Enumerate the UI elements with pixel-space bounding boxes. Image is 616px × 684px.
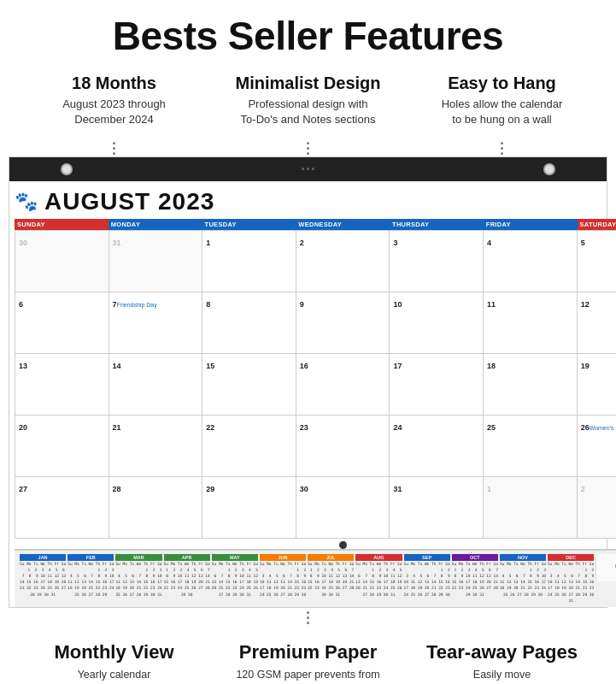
calendar-cell: 2: [296, 231, 390, 292]
mini-month-label: APR: [164, 554, 210, 561]
hanger-bar: [9, 157, 607, 181]
calendar-cell: 7Friendship Day: [109, 292, 203, 354]
cell-number: 31: [113, 239, 121, 247]
hanger-hole-left: [61, 163, 73, 175]
feature-minimalist-design-desc: Professional design withTo-Do's and Note…: [214, 97, 402, 127]
feature-tearaway-pages-desc: Easily moveonto the next month: [405, 668, 599, 684]
calendar-cell: 26Women's Equality Day: [578, 416, 616, 477]
page-title: Bests Seller Features: [9, 15, 607, 56]
cell-number: 26: [581, 423, 590, 432]
month-title: AUGUST 2023: [44, 188, 214, 215]
cell-number: 15: [206, 362, 214, 370]
mini-month-label: MAR: [115, 554, 161, 561]
mini-month-apr: APRSu Mo Tu We Th Fr Sa 1 2 3 4 5 6 7 8 …: [164, 554, 210, 598]
calendar-wrapper: 🐾 AUGUST 2023 SUNDAY MONDAY TUESDAY WEDN…: [9, 156, 607, 608]
cell-number: 23: [300, 423, 308, 432]
calendar-cell: 18: [484, 354, 578, 416]
mini-month-days: Su Mo Tu We Th Fr Sa 1 2 3 4 5 6 7 8 9 1…: [548, 561, 594, 604]
calendar-main: 🐾 AUGUST 2023 SUNDAY MONDAY TUESDAY WEDN…: [9, 181, 616, 607]
mini-month-jun: JUNSu Mo Tu We Th Fr Sa 1 2 3 4 5 6 7 8 …: [260, 554, 306, 598]
mini-month-days: Su Mo Tu We Th Fr Sa 1 2 3 4 5 6 7 8 9 1…: [404, 561, 450, 598]
calendar-cell: 5: [578, 231, 616, 292]
cell-number: 22: [206, 423, 214, 432]
month-title-row: 🐾 AUGUST 2023: [15, 188, 616, 215]
mini-month-label: FEB: [67, 554, 114, 561]
calendar-cell: 2: [578, 477, 616, 539]
feature-monthly-view: Monthly View Yearly calendarat the botto…: [17, 641, 211, 684]
mini-month-days: Su Mo Tu We Th Fr Sa 1 2 3 4 5 6 7 8 9 1…: [115, 561, 161, 598]
post-calendar-dots: [0, 610, 616, 626]
mini-month-nov: NOVSu Mo Tu We Th Fr Sa 1 2 3 4 5 6 7 8 …: [500, 554, 546, 598]
cell-number: 25: [487, 423, 496, 432]
mini-month-days: Su Mo Tu We Th Fr Sa 1 2 3 4 5 6 7 8 9 1…: [308, 561, 354, 598]
cell-number: 29: [206, 485, 214, 493]
feature-minimalist-design: Minimalist Design Professional design wi…: [214, 74, 402, 127]
mini-month-dec: DECSu Mo Tu We Th Fr Sa 1 2 3 4 5 6 7 8 …: [548, 554, 594, 604]
calendar-cell: 24: [390, 416, 484, 477]
cell-number: 7: [113, 300, 117, 309]
cell-number: 30: [19, 239, 27, 247]
cell-number: 11: [487, 300, 496, 309]
calendar-grid: 30311234567Friendship Day891011121314151…: [15, 230, 616, 539]
mini-month-jan: JANSu Mo Tu We Th Fr Sa 1 2 3 4 5 6 7 8 …: [20, 554, 66, 598]
calendar-cell: 25: [484, 416, 578, 477]
feature-premium-paper: Premium Paper 120 GSM paper prevents fro…: [211, 641, 405, 684]
mini-month-label: OCT: [452, 554, 498, 561]
cell-number: 21: [113, 423, 121, 432]
cell-event: Women's Equality Day: [590, 425, 616, 431]
feature-tearaway-pages: Tear-away Pages Easily moveonto the next…: [405, 641, 599, 684]
cell-number: 12: [581, 300, 590, 309]
mini-month-may: MAYSu Mo Tu We Th Fr Sa 1 2 3 4 5 6 7 8 …: [212, 554, 258, 598]
bottom-features-row: Monthly View Yearly calendarat the botto…: [0, 626, 616, 684]
cell-number: 14: [113, 362, 121, 370]
mini-month-label: JAN: [20, 554, 66, 561]
cell-number: 5: [581, 239, 585, 247]
mini-month-sep: SEPSu Mo Tu We Th Fr Sa 1 2 3 4 5 6 7 8 …: [404, 554, 450, 598]
mini-month-label: SEP: [404, 554, 450, 561]
calendar-inner: 🐾 AUGUST 2023 SUNDAY MONDAY TUESDAY WEDN…: [9, 181, 607, 607]
calendar-cell: 30: [296, 477, 390, 539]
feature-minimalist-design-title: Minimalist Design: [214, 74, 402, 93]
cell-number: 16: [300, 362, 308, 370]
feature-tearaway-pages-title: Tear-away Pages: [405, 641, 599, 663]
day-saturday: SATURDAY: [578, 219, 617, 230]
feature-18-months-desc: August 2023 throughDecember 2024: [21, 97, 208, 127]
calendar-cell: 27: [15, 477, 109, 539]
calendar-bottom-dot: [15, 539, 616, 549]
mini-month-mar: MARSu Mo Tu We Th Fr Sa 1 2 3 4 5 6 7 8 …: [115, 554, 161, 598]
calendar-cell: 9: [296, 292, 390, 354]
day-sunday: SUNDAY: [15, 219, 109, 230]
day-friday: FRIDAY: [484, 219, 578, 230]
feature-monthly-view-desc: Yearly calendarat the bottom of each she…: [17, 668, 211, 684]
feature-monthly-view-title: Monthly View: [17, 641, 211, 663]
hanger-dots-center: [302, 168, 314, 170]
cell-number: 2: [300, 239, 304, 247]
mini-month-label: JUN: [260, 554, 306, 561]
cell-number: 3: [393, 239, 397, 247]
calendar-cell: 1: [484, 477, 578, 539]
calendar-cell: 4: [484, 231, 578, 292]
calendar-cell: 22: [202, 416, 296, 477]
calendar-cell: 3: [390, 231, 484, 292]
feature-premium-paper-desc: 120 GSM paper prevents frombleeding thro…: [211, 668, 405, 684]
cell-number: 28: [113, 485, 121, 493]
calendar-cell: 19: [578, 354, 616, 416]
cell-number: 10: [393, 300, 402, 309]
cell-number: 18: [487, 362, 496, 370]
cell-number: 4: [487, 239, 491, 247]
cell-number: 1: [206, 239, 210, 247]
day-thursday: THURSDAY: [390, 219, 484, 230]
mini-month-days: Su Mo Tu We Th Fr Sa 1 2 3 4 5 6 7 8 9 1…: [260, 561, 306, 598]
mini-calendar-strip: JANSu Mo Tu We Th Fr Sa 1 2 3 4 5 6 7 8 …: [15, 549, 616, 607]
calendar-cell: 10: [390, 292, 484, 354]
features-row: 18 Months August 2023 throughDecember 20…: [0, 65, 616, 139]
cell-number: 13: [19, 362, 27, 370]
cell-number: 24: [393, 423, 402, 432]
feature-easy-to-hang-title: Easy to Hang: [408, 74, 596, 93]
day-tuesday: TUESDAY: [202, 219, 296, 230]
calendar-cell: 21: [109, 416, 203, 477]
feature-easy-to-hang: Easy to Hang Holes allow the calendarto …: [408, 74, 596, 127]
cell-number: 19: [581, 362, 590, 370]
mini-month-days: Su Mo Tu We Th Fr Sa 1 2 3 4 5 6 7 8 9 1…: [500, 561, 546, 598]
feature-18-months: 18 Months August 2023 throughDecember 20…: [21, 74, 208, 127]
